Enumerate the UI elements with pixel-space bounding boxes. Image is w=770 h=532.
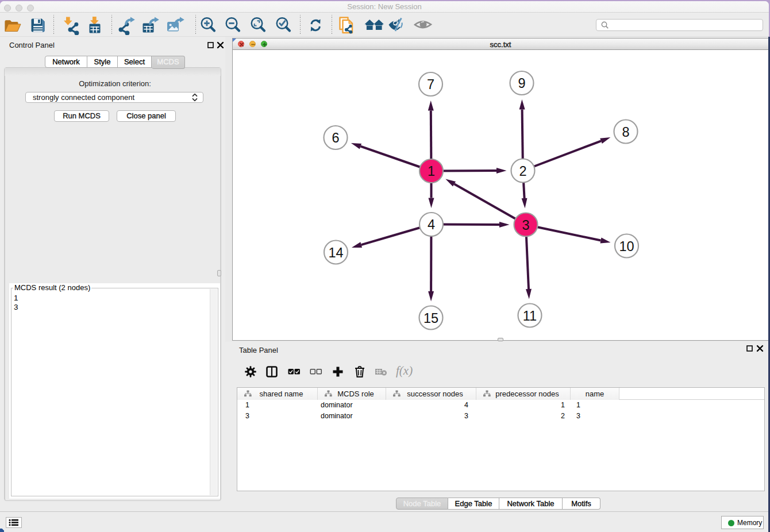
svg-text:1: 1 (428, 164, 435, 179)
svg-text:9: 9 (518, 76, 525, 91)
svg-text:4: 4 (428, 217, 435, 232)
svg-text:2: 2 (519, 164, 526, 179)
svg-text:11: 11 (523, 309, 537, 323)
svg-text:3: 3 (522, 218, 529, 233)
svg-text:6: 6 (332, 130, 339, 145)
svg-text:10: 10 (619, 239, 634, 254)
svg-text:7: 7 (427, 77, 434, 92)
svg-text:8: 8 (622, 125, 629, 140)
svg-text:15: 15 (424, 311, 438, 326)
svg-text:14: 14 (328, 245, 343, 260)
